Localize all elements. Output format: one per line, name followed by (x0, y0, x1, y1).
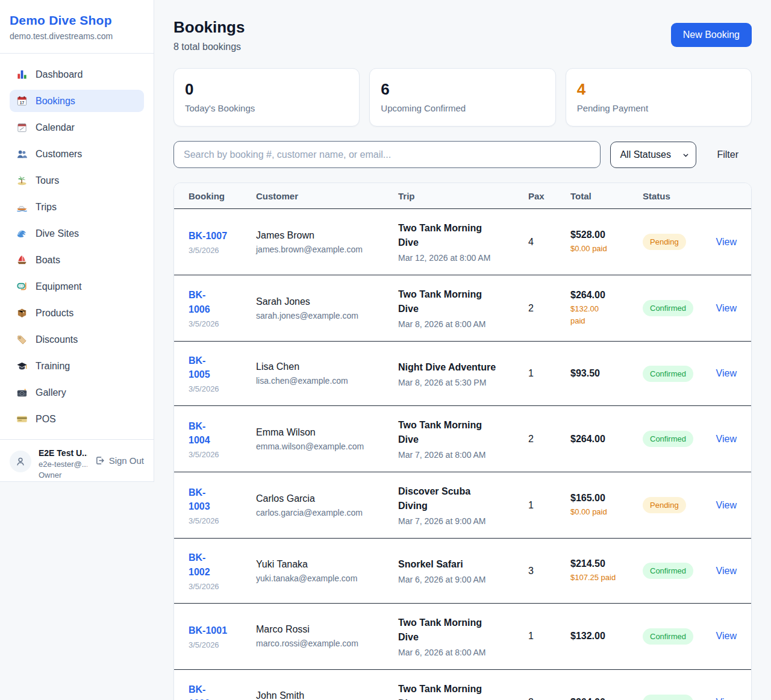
total-amount: $93.50 (570, 368, 643, 379)
filter-bar: All Statuses Filter (173, 141, 752, 168)
status-badge: Confirmed (643, 300, 693, 316)
sidebar-user-section: E2E Test U... e2e-tester@... Owner Sign … (0, 439, 154, 489)
status-badge: Pending (643, 234, 686, 250)
booking-date: 3/5/2026 (189, 319, 256, 328)
view-link[interactable]: View (716, 303, 737, 313)
view-link[interactable]: View (716, 566, 737, 576)
user-email: e2e-tester@... (39, 460, 87, 469)
trip-datetime: Mar 8, 2026 at 8:00 AM (398, 319, 528, 329)
customer-email: emma.wilson@example.com (256, 442, 398, 451)
status-badge: Confirmed (643, 628, 693, 645)
booking-id-link[interactable]: BK-1004 (189, 419, 214, 447)
stats-row: 0 Today's Bookings 6 Upcoming Confirmed … (173, 68, 752, 127)
search-input[interactable] (173, 141, 601, 168)
sidebar-item-equipment[interactable]: Equipment (10, 275, 144, 298)
sidebar-item-boats[interactable]: Boats (10, 249, 144, 271)
trip-name: Two Tank Morning Dive (398, 682, 502, 700)
booking-id-link[interactable]: BK-1001 (189, 623, 227, 637)
sidebar-item-discounts[interactable]: Discounts (10, 328, 144, 351)
user-role: Owner (39, 470, 87, 480)
table-row: BK-1003 3/5/2026 Carlos Garcia carlos.ga… (174, 472, 751, 539)
people-icon (16, 148, 28, 160)
booking-date: 3/5/2026 (189, 582, 256, 591)
view-link[interactable]: View (716, 631, 737, 641)
sidebar-item-dashboard[interactable]: Dashboard (10, 63, 144, 86)
trip-name: Two Tank Morning Dive (398, 287, 502, 316)
table-row: BK-1005 3/5/2026 Lisa Chen lisa.chen@exa… (174, 342, 751, 406)
stat-label: Pending Payment (577, 103, 740, 113)
customer-name: Marco Rossi (256, 624, 398, 635)
trip-name: Two Tank Morning Dive (398, 418, 502, 447)
column-header-booking: Booking (189, 191, 256, 201)
stat-card-upcoming-confirmed: 6 Upcoming Confirmed (369, 68, 555, 127)
sidebar-item-customers[interactable]: Customers (10, 143, 144, 165)
booking-id-link[interactable]: BK-1000 (189, 683, 214, 700)
customer-email: sarah.jones@example.com (256, 311, 398, 320)
sidebar-item-training[interactable]: Training (10, 355, 144, 377)
sidebar-item-calendar[interactable]: Calendar (10, 116, 144, 139)
sidebar: Demo Dive Shop demo.test.divestreams.com… (0, 0, 154, 482)
status-badge: Confirmed (643, 695, 693, 700)
view-link[interactable]: View (716, 368, 737, 378)
sidebar-header: Demo Dive Shop demo.test.divestreams.com (0, 0, 154, 54)
sidebar-item-dive-sites[interactable]: Dive Sites (10, 222, 144, 245)
sailboat-icon (16, 254, 28, 266)
trip-name: Discover Scuba Diving (398, 484, 502, 513)
customer-name: Emma Wilson (256, 427, 398, 438)
pax-count: 2 (528, 303, 570, 314)
paid-amount: $107.25 paid (570, 572, 643, 584)
trip-datetime: Mar 8, 2026 at 5:30 PM (398, 378, 528, 387)
booking-id-link[interactable]: BK-1006 (189, 288, 214, 316)
total-amount: $528.00 (570, 230, 643, 240)
sidebar-nav: Dashboard 17 Bookings Calendar Customers… (0, 54, 154, 439)
sidebar-item-bookings[interactable]: 17 Bookings (10, 90, 144, 112)
camera-icon (16, 387, 28, 399)
sidebar-item-tours[interactable]: Tours (10, 169, 144, 192)
bar-chart-icon (16, 69, 28, 81)
customer-name: Yuki Tanaka (256, 559, 398, 570)
new-booking-button[interactable]: New Booking (671, 23, 752, 47)
user-info: E2E Test U... e2e-tester@... Owner (39, 448, 87, 480)
status-select[interactable]: All Statuses (610, 142, 696, 168)
credit-card-icon (16, 413, 28, 425)
pax-count: 3 (528, 566, 570, 577)
view-link[interactable]: View (716, 237, 737, 247)
paid-amount: $0.00 paid (570, 506, 643, 518)
sign-out-label: Sign Out (109, 455, 144, 466)
column-header-total: Total (570, 191, 643, 201)
bookings-table: Booking Customer Trip Pax Total Status B… (173, 183, 752, 700)
sign-out-button[interactable]: Sign Out (95, 455, 144, 466)
sidebar-item-pos[interactable]: POS (10, 408, 144, 430)
column-header-customer: Customer (256, 191, 398, 201)
view-link[interactable]: View (716, 697, 737, 700)
island-icon (16, 175, 28, 187)
trip-name: Snorkel Safari (398, 557, 502, 572)
trip-datetime: Mar 6, 2026 at 8:00 AM (398, 648, 528, 657)
sidebar-item-trips[interactable]: Trips (10, 196, 144, 218)
sidebar-item-gallery[interactable]: Gallery (10, 381, 144, 404)
customer-email: marco.rossi@example.com (256, 639, 398, 648)
customer-email: carlos.garcia@example.com (256, 508, 398, 517)
page-header: Bookings 8 total bookings New Booking (173, 18, 752, 52)
trip-name: Two Tank Morning Dive (398, 221, 502, 250)
stat-label: Upcoming Confirmed (381, 103, 544, 113)
stat-value: 6 (381, 80, 544, 99)
status-badge: Confirmed (643, 366, 693, 382)
filter-button[interactable]: Filter (717, 149, 738, 160)
booking-id-link[interactable]: BK-1002 (189, 551, 214, 578)
sidebar-item-products[interactable]: Products (10, 302, 144, 324)
customer-email: james.brown@example.com (256, 245, 398, 254)
booking-id-link[interactable]: BK-1005 (189, 354, 214, 381)
booking-id-link[interactable]: BK-1003 (189, 486, 214, 513)
trip-name: Night Dive Adventure (398, 360, 502, 375)
stat-card-todays-bookings: 0 Today's Bookings (173, 68, 360, 127)
shop-name: Demo Dive Shop (10, 13, 144, 28)
table-row: BK-1004 3/5/2026 Emma Wilson emma.wilson… (174, 406, 751, 472)
column-header-pax: Pax (528, 191, 570, 201)
user-name: E2E Test U... (39, 448, 87, 458)
table-row: BK-1007 3/5/2026 James Brown james.brown… (174, 209, 751, 275)
view-link[interactable]: View (716, 500, 737, 510)
view-link[interactable]: View (716, 434, 737, 444)
booking-id-link[interactable]: BK-1007 (189, 229, 227, 243)
status-select-wrap: All Statuses (610, 142, 696, 168)
